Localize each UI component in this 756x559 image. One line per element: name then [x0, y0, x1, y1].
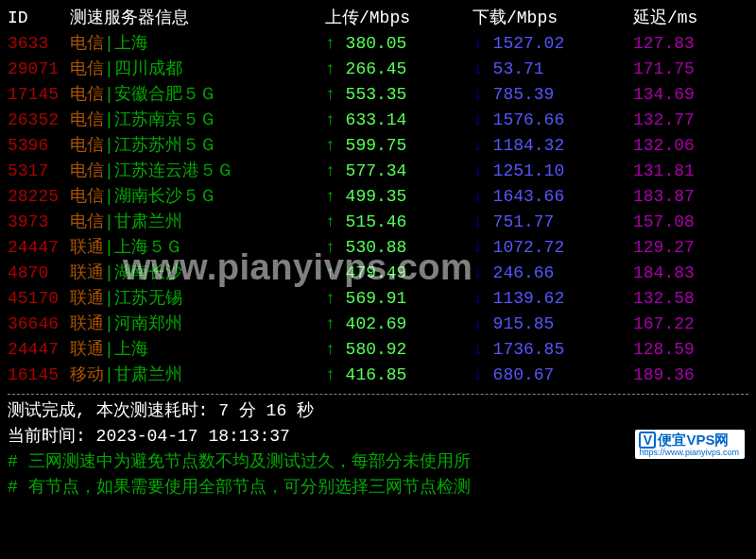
arrow-up-icon: ↑ [325, 110, 346, 129]
cell-server: 电信|安徽合肥５Ｇ [70, 82, 325, 108]
upload-value: 530.88 [346, 238, 407, 257]
upload-value: 633.14 [346, 110, 407, 129]
arrow-up-icon: ↑ [325, 34, 346, 53]
download-value: 1184.32 [493, 136, 565, 155]
isp-label: 电信 [70, 85, 104, 104]
cell-server: 电信|四川成都 [70, 57, 325, 82]
cell-upload: ↑ 416.85 [325, 363, 472, 388]
location-label: 安徽合肥５Ｇ [114, 85, 216, 104]
table-row: 24447联通|上海↑ 580.92↓ 1736.85128.59 [8, 337, 748, 363]
download-value: 680.67 [493, 365, 555, 384]
isp-label: 联通 [70, 289, 104, 308]
arrow-down-icon: ↓ [472, 314, 493, 333]
arrow-down-icon: ↓ [472, 34, 493, 53]
download-value: 1072.72 [493, 238, 565, 257]
upload-value: 479.49 [346, 263, 407, 282]
cell-latency: 167.22 [633, 312, 737, 337]
upload-value: 553.35 [346, 85, 407, 104]
download-value: 1643.66 [493, 187, 565, 206]
isp-label: 电信 [70, 34, 104, 53]
header-latency: 延迟/ms [633, 6, 737, 31]
arrow-down-icon: ↓ [472, 59, 493, 78]
location-label: 甘肃兰州 [114, 212, 182, 231]
cell-server: 联通|江苏无锡 [70, 286, 325, 312]
arrow-up-icon: ↑ [325, 59, 346, 78]
upload-value: 266.45 [346, 59, 407, 78]
upload-value: 580.92 [346, 340, 407, 359]
table-row: 29071电信|四川成都↑ 266.45↓ 53.71171.75 [8, 57, 748, 82]
download-value: 751.77 [493, 212, 555, 231]
cell-server: 电信|上海 [70, 31, 325, 57]
cell-upload: ↑ 380.05 [325, 31, 472, 57]
table-row: 16145移动|甘肃兰州↑ 416.85↓ 680.67189.36 [8, 363, 748, 388]
cell-id: 28225 [8, 184, 70, 210]
arrow-up-icon: ↑ [325, 365, 346, 384]
table-header: ID 测速服务器信息 上传/Mbps 下载/Mbps 延迟/ms [8, 6, 748, 31]
cell-latency: 132.77 [633, 108, 737, 133]
logo-icon: V [639, 432, 656, 449]
header-server: 测速服务器信息 [70, 6, 325, 31]
upload-value: 599.75 [346, 136, 407, 155]
cell-download: ↓ 53.71 [472, 57, 633, 82]
cell-latency: 183.87 [633, 184, 737, 210]
cell-server: 电信|甘肃兰州 [70, 210, 325, 235]
cell-latency: 171.75 [633, 57, 737, 82]
cell-server: 电信|江苏连云港５Ｇ [70, 159, 325, 184]
location-label: 甘肃兰州 [114, 365, 182, 384]
cell-download: ↓ 785.39 [472, 82, 633, 108]
cell-download: ↓ 680.67 [472, 363, 633, 388]
arrow-up-icon: ↑ [325, 187, 346, 206]
cell-server: 电信|湖南长沙５Ｇ [70, 184, 325, 210]
arrow-down-icon: ↓ [472, 85, 493, 104]
table-row: 26352电信|江苏南京５Ｇ↑ 633.14↓ 1576.66132.77 [8, 108, 748, 133]
download-value: 1527.02 [493, 34, 565, 53]
arrow-down-icon: ↓ [472, 365, 493, 384]
site-logo: V便宜VPS网 https://www.pianyivps.com [635, 430, 745, 459]
download-value: 1139.62 [493, 289, 565, 308]
arrow-down-icon: ↓ [472, 340, 493, 359]
download-value: 1251.10 [493, 161, 565, 180]
cell-download: ↓ 1576.66 [472, 108, 633, 133]
isp-label: 联通 [70, 340, 104, 359]
cell-upload: ↑ 402.69 [325, 312, 472, 337]
table-row: 17145电信|安徽合肥５Ｇ↑ 553.35↓ 785.39134.69 [8, 82, 748, 108]
download-value: 246.66 [493, 263, 555, 282]
location-label: 江苏苏州５Ｇ [114, 136, 216, 155]
isp-label: 电信 [70, 187, 104, 206]
arrow-up-icon: ↑ [325, 161, 346, 180]
cell-upload: ↑ 599.75 [325, 133, 472, 159]
location-label: 江苏连云港５Ｇ [114, 161, 233, 180]
arrow-up-icon: ↑ [325, 289, 346, 308]
separator: | [104, 238, 114, 257]
footer-complete: 测试完成, 本次测速耗时: 7 分 16 秒 [8, 398, 748, 424]
download-value: 785.39 [493, 85, 555, 104]
cell-download: ↓ 751.77 [472, 210, 633, 235]
cell-download: ↓ 1072.72 [472, 235, 633, 261]
cell-id: 36646 [8, 312, 70, 337]
separator: | [104, 187, 114, 206]
cell-latency: 129.27 [633, 235, 737, 261]
separator: | [104, 34, 114, 53]
cell-upload: ↑ 633.14 [325, 108, 472, 133]
cell-download: ↓ 246.66 [472, 261, 633, 286]
table-row: 4870联通|湖南长沙↑ 479.49↓ 246.66184.83 [8, 261, 748, 286]
location-label: 上海５Ｇ [114, 238, 182, 257]
separator: | [104, 110, 114, 129]
table-body: 3633电信|上海↑ 380.05↓ 1527.02127.8329071电信|… [8, 31, 748, 388]
arrow-up-icon: ↑ [325, 85, 346, 104]
arrow-up-icon: ↑ [325, 314, 346, 333]
isp-label: 联通 [70, 314, 104, 333]
cell-server: 电信|江苏南京５Ｇ [70, 108, 325, 133]
isp-label: 联通 [70, 263, 104, 282]
cell-id: 17145 [8, 82, 70, 108]
cell-latency: 189.36 [633, 363, 737, 388]
isp-label: 联通 [70, 238, 104, 257]
upload-value: 402.69 [346, 314, 407, 333]
upload-value: 416.85 [346, 365, 407, 384]
separator: | [104, 340, 114, 359]
cell-latency: 132.58 [633, 286, 737, 312]
arrow-down-icon: ↓ [472, 136, 493, 155]
cell-upload: ↑ 553.35 [325, 82, 472, 108]
cell-id: 5396 [8, 133, 70, 159]
cell-server: 移动|甘肃兰州 [70, 363, 325, 388]
